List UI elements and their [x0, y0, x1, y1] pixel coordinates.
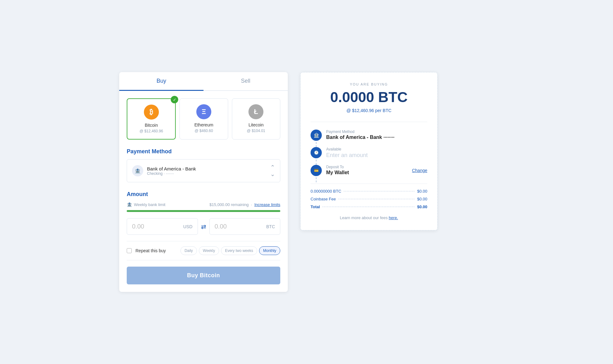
amount-section-title: Amount: [127, 191, 280, 198]
fee-row-btc: 0.00000000 BTC $0.00: [311, 189, 427, 194]
summary-divider: [311, 122, 427, 122]
fee-row-total: Total $0.00: [311, 204, 427, 209]
btc-price: @ $12,460.96: [131, 129, 171, 133]
summary-available-info: Available Enter an amount: [326, 147, 427, 159]
fee-amount-coinbase: $0.00: [417, 197, 427, 201]
panel-body: ✓ ₿ Bitcoin @ $12,460.96 Ξ Ethereum @ $4…: [119, 91, 288, 292]
fee-dots-btc: [344, 191, 414, 191]
eth-icon: Ξ: [196, 104, 211, 119]
btc-value: 0.00: [215, 223, 227, 230]
eth-price: @ $460.60: [184, 129, 224, 133]
increase-limits-link[interactable]: Increase limits: [254, 202, 280, 207]
bank-limit-icon: 🏦: [127, 202, 132, 207]
limit-bar-row: 🏦 Weekly bank limit $15,000.00 remaining…: [127, 202, 280, 207]
bank-sub: Checking · ········: [147, 171, 267, 176]
fee-label-total: Total: [311, 204, 320, 209]
tabs: Buy Sell: [119, 72, 288, 91]
right-panel: YOU ARE BUYING 0.0000 BTC @ $12,460.96 p…: [300, 72, 438, 230]
chevron-icon: ⌃⌄: [270, 164, 275, 178]
summary-available-row: 🕐 Available Enter an amount: [311, 147, 427, 159]
limit-remaining-row: $15,000.00 remaining · Increase limits: [209, 202, 280, 207]
btc-currency: BTC: [266, 224, 275, 229]
bank-name: Bank of America - Bank: [147, 166, 267, 171]
fee-label-coinbase: Coinbase Fee: [311, 197, 336, 201]
fee-dots-coinbase: [338, 199, 415, 199]
left-panel: Buy Sell ✓ ₿ Bitcoin @ $12,460.96 Ξ Ethe…: [119, 72, 288, 292]
repeat-label: Repeat this buy: [135, 248, 166, 253]
summary-deposit-label: Deposit To: [326, 165, 408, 169]
repeat-btn-weekly[interactable]: Weekly: [199, 246, 219, 255]
page-container: Buy Sell ✓ ₿ Bitcoin @ $12,460.96 Ξ Ethe…: [119, 72, 494, 292]
progress-fill: [127, 210, 280, 212]
summary-btc-amount: 0.0000 BTC: [311, 89, 427, 106]
limit-label: 🏦 Weekly bank limit: [127, 202, 165, 207]
summary-payment-info: Payment Method Bank of America - Bank ··…: [326, 130, 427, 140]
tab-sell[interactable]: Sell: [204, 72, 288, 91]
change-link[interactable]: Change: [412, 168, 427, 173]
btc-name: Bitcoin: [131, 123, 171, 128]
fee-dots-total: [322, 207, 414, 207]
repeat-options: Daily Weekly Every two weeks Monthly: [180, 246, 280, 255]
buy-button[interactable]: Buy Bitcoin: [127, 267, 280, 284]
fee-row-coinbase: Coinbase Fee $0.00: [311, 197, 427, 201]
payment-section-title: Payment Method: [127, 148, 280, 155]
repeat-row: Repeat this buy Daily Weekly Every two w…: [127, 241, 280, 260]
crypto-card-eth[interactable]: Ξ Ethereum @ $460.60: [179, 98, 228, 140]
ltc-price: @ $104.01: [236, 129, 276, 133]
usd-value: 0.00: [132, 223, 144, 230]
summary-payment-row: 🏦 Payment Method Bank of America - Bank …: [311, 130, 427, 141]
eth-name: Ethereum: [184, 122, 224, 127]
summary-clock-icon: 🕐: [311, 147, 322, 158]
summary-btc-rate: @ $12,460.96 per BTC: [311, 108, 427, 113]
summary-available-label: Available: [326, 147, 427, 151]
btc-icon: ₿: [144, 105, 159, 120]
repeat-checkbox[interactable]: [127, 248, 132, 253]
fee-label-btc: 0.00000000 BTC: [311, 189, 341, 194]
learn-more: Learn more about our fees here.: [311, 215, 427, 220]
summary-deposit-row: 💳 Deposit To My Wallet Change: [311, 165, 427, 176]
swap-icon[interactable]: ⇄: [201, 223, 206, 230]
summary-wallet-icon: 💳: [311, 165, 322, 176]
usd-amount-box[interactable]: 0.00 USD: [127, 218, 198, 235]
repeat-btn-daily[interactable]: Daily: [180, 246, 197, 255]
usd-currency: USD: [183, 224, 193, 229]
summary-deposit-info: Deposit To My Wallet: [326, 165, 408, 175]
learn-more-link[interactable]: here.: [389, 215, 398, 220]
fees-section: 0.00000000 BTC $0.00 Coinbase Fee $0.00 …: [311, 184, 427, 209]
ltc-name: Litecoin: [236, 122, 276, 127]
summary-deposit-value: My Wallet: [326, 170, 408, 175]
summary-payment-value: Bank of America - Bank ········: [326, 135, 427, 140]
fee-amount-total: $0.00: [417, 204, 427, 209]
summary-bank-icon: 🏦: [311, 130, 322, 141]
crypto-grid: ✓ ₿ Bitcoin @ $12,460.96 Ξ Ethereum @ $4…: [127, 98, 280, 140]
repeat-btn-monthly[interactable]: Monthly: [259, 246, 280, 255]
crypto-card-ltc[interactable]: Ł Litecoin @ $104.01: [232, 98, 280, 140]
progress-bar: [127, 210, 280, 212]
you-are-buying-label: YOU ARE BUYING: [311, 82, 427, 86]
ltc-icon: Ł: [248, 104, 263, 119]
fee-amount-btc: $0.00: [417, 189, 427, 194]
crypto-card-btc[interactable]: ✓ ₿ Bitcoin @ $12,460.96: [127, 98, 176, 140]
amount-section: Amount 🏦 Weekly bank limit $15,000.00 re…: [127, 191, 280, 235]
repeat-btn-biweekly[interactable]: Every two weeks: [221, 246, 257, 255]
summary-available-placeholder: Enter an amount: [326, 152, 427, 159]
bank-info: Bank of America - Bank Checking · ······…: [147, 166, 267, 176]
selected-check: ✓: [171, 96, 178, 103]
bank-icon: 🏦: [132, 165, 143, 176]
summary-payment-label: Payment Method: [326, 130, 427, 134]
payment-method-selector[interactable]: 🏦 Bank of America - Bank Checking · ····…: [127, 159, 280, 182]
btc-amount-box[interactable]: 0.00 BTC: [209, 218, 281, 235]
amount-inputs: 0.00 USD ⇄ 0.00 BTC: [127, 218, 280, 235]
limit-remaining: $15,000.00 remaining: [209, 202, 249, 207]
tab-buy[interactable]: Buy: [119, 72, 204, 91]
